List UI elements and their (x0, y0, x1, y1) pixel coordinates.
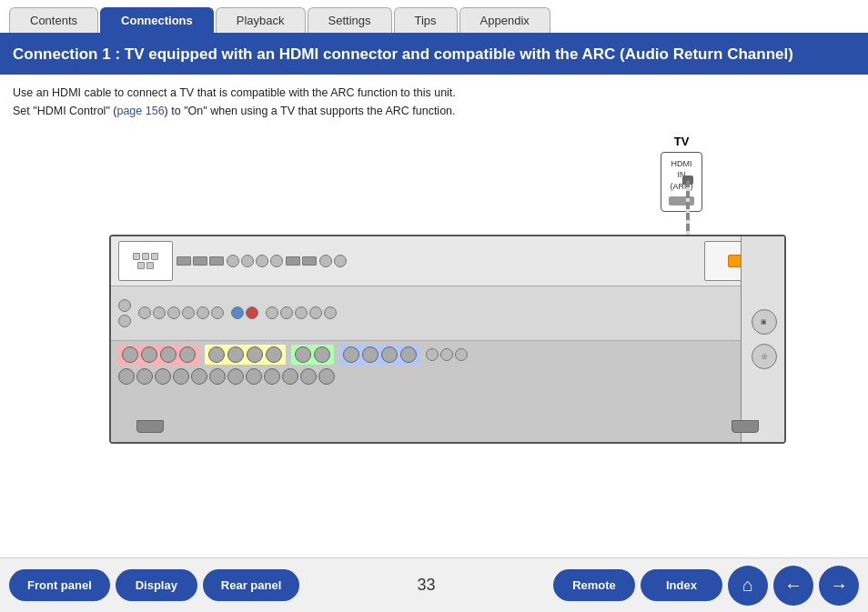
port-large (208, 346, 225, 363)
port-rect (286, 256, 300, 266)
port-circle (167, 306, 180, 319)
diagram-area: TV HDMI IN (ARC) (0, 125, 868, 517)
port-large (173, 368, 189, 385)
tab-tips[interactable]: Tips (394, 7, 458, 33)
receiver-feet (109, 420, 786, 433)
port-circle (309, 306, 322, 319)
tab-playback[interactable]: Playback (216, 7, 306, 33)
port-large (141, 346, 157, 363)
port-group (231, 306, 258, 319)
port-large (282, 368, 298, 385)
port-circle-blue (231, 306, 244, 319)
port-circle (266, 306, 278, 319)
receiver-mid-section (111, 286, 784, 341)
receiver-right-panel: ▣ ◎ (741, 236, 786, 442)
port-circle (256, 255, 268, 267)
index-button[interactable]: Index (641, 569, 722, 601)
port-large (343, 346, 359, 363)
green-section (291, 345, 334, 365)
port-circle-red (246, 306, 258, 319)
tab-connections[interactable]: Connections (100, 7, 214, 33)
port-circle (153, 306, 166, 319)
port-group-vertical (118, 299, 131, 327)
port-group (138, 306, 224, 319)
port-large (264, 368, 280, 385)
port-large (227, 368, 244, 385)
port-circle (211, 306, 224, 319)
small-box (146, 262, 154, 269)
right-button-top: ▣ (752, 309, 777, 335)
receiver-mid-ports (118, 299, 337, 327)
port-large (362, 346, 378, 363)
port-circle (455, 348, 468, 361)
port-large (227, 346, 244, 363)
pink-section (118, 345, 199, 365)
port-group (426, 348, 468, 361)
port-large (179, 346, 196, 363)
port-rect (209, 256, 224, 266)
port-circle (270, 255, 283, 267)
home-button[interactable]: ⌂ (728, 566, 768, 606)
port-rect (177, 256, 191, 266)
receiver-bottom-row1 (118, 345, 777, 365)
tv-port-box: HDMI IN (ARC) (661, 152, 702, 212)
yellow-section (205, 345, 286, 365)
port-rect (193, 256, 207, 266)
port-circle (227, 255, 239, 267)
small-box (151, 253, 158, 260)
port-large (191, 368, 207, 385)
small-box (133, 253, 140, 260)
port-circle (334, 255, 347, 267)
port-group (118, 368, 335, 385)
nav-tabs: Contents Connections Playback Settings T… (0, 0, 868, 35)
port-circle (241, 255, 254, 267)
description-text: Use an HDMI cable to connect a TV that i… (0, 75, 868, 125)
page-title: Connection 1 : TV equipped with an HDMI … (0, 35, 868, 75)
port-large (155, 368, 171, 385)
tab-appendix[interactable]: Appendix (459, 7, 550, 33)
tv-label: TV (641, 135, 722, 148)
bottom-navigation: Front panel Display Rear panel 33 Remote… (0, 557, 868, 612)
port-circle (138, 306, 151, 319)
blue-section (339, 345, 420, 365)
port-circle (324, 306, 337, 319)
port-large (295, 346, 311, 363)
port-large (266, 346, 282, 363)
receiver-bottom-row2 (118, 368, 777, 385)
tab-settings[interactable]: Settings (308, 7, 392, 33)
port-large (209, 368, 226, 385)
port-group (177, 256, 224, 266)
foot-right (732, 420, 759, 433)
back-button[interactable]: ← (773, 566, 813, 606)
port-large (160, 346, 177, 363)
small-box (142, 253, 149, 260)
remote-button[interactable]: Remote (553, 569, 635, 601)
port-circle (118, 299, 131, 312)
port-rect (302, 256, 317, 266)
receiver-display-area (118, 241, 173, 281)
port-circle (182, 306, 195, 319)
display-button[interactable]: Display (116, 569, 197, 601)
port-circle (426, 348, 439, 361)
port-large (246, 368, 262, 385)
receiver-inner: ▣ ◎ (111, 236, 784, 442)
port-large (136, 368, 153, 385)
rear-panel-button[interactable]: Rear panel (203, 569, 299, 601)
forward-button[interactable]: → (819, 566, 859, 606)
receiver-top-section (111, 236, 784, 286)
front-panel-button[interactable]: Front panel (9, 569, 110, 601)
port-large (318, 368, 335, 385)
port-large (400, 346, 417, 363)
port-circle (197, 306, 209, 319)
page-link[interactable]: page 156 (116, 105, 164, 117)
page-number: 33 (409, 576, 445, 595)
tv-diagram: TV HDMI IN (ARC) (641, 135, 722, 212)
tab-contents[interactable]: Contents (9, 7, 98, 33)
port-large (300, 368, 317, 385)
receiver-diagram: ▣ ◎ (109, 235, 786, 444)
port-large (118, 368, 135, 385)
small-box (137, 262, 145, 269)
nav-buttons-left: Front panel Display Rear panel (9, 569, 299, 601)
receiver-top-ports (177, 255, 701, 267)
port-circle (280, 306, 293, 319)
